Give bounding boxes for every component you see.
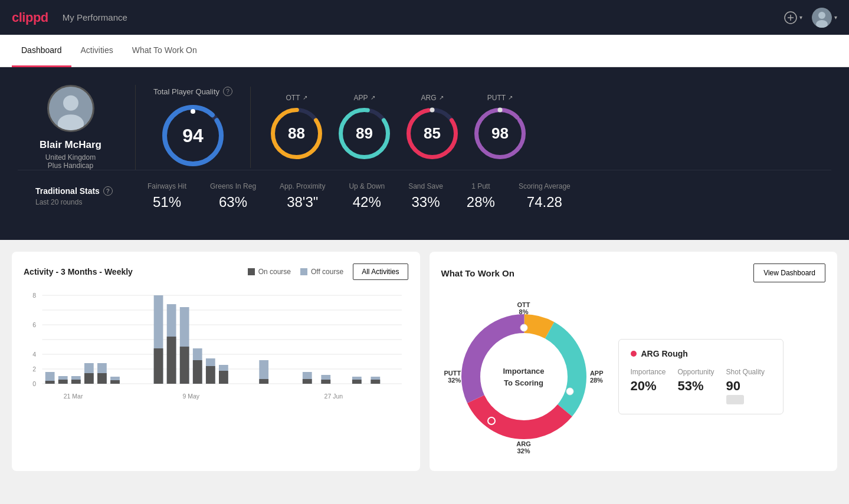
all-activities-button[interactable]: All Activities [353,263,408,280]
app-donut-label: APP 28% [590,370,604,384]
svg-point-7 [63,95,78,111]
svg-rect-53 [193,360,202,384]
svg-rect-37 [58,380,68,384]
putt-circle: 98 [472,106,528,162]
svg-text:6: 6 [32,322,36,328]
stat-scoring: Scoring Average 74.28 [519,182,571,210]
svg-point-4 [818,12,825,19]
chart-legend: On course Off course [248,268,344,276]
bottom-section: Activity - 3 Months - Weekly On course O… [0,240,849,483]
card-importance: Importance 20% [631,368,666,404]
svg-rect-51 [180,347,189,384]
stat-1putt-label: 1 Putt [471,182,490,190]
svg-rect-59 [259,379,268,384]
putt-label: PUTT ↗ [487,94,513,102]
arg-arrow-icon: ↗ [439,94,444,101]
off-course-dot [300,268,307,275]
hero-section: Blair McHarg United Kingdom Plus Handica… [0,67,849,240]
score-putt: PUTT ↗ 98 [472,94,528,162]
svg-point-76 [566,388,573,395]
view-dashboard-button[interactable]: View Dashboard [753,263,825,282]
stat-1putt-value: 28% [467,194,495,210]
score-app: APP ↗ 89 [336,94,392,162]
player-country: United Kingdom [45,153,96,162]
bar-chart-svg: 8 6 4 2 0 [24,289,408,407]
tpq-circle: 94 [160,103,225,168]
svg-rect-67 [371,380,380,384]
stat-updown-label: Up & Down [349,182,385,190]
stat-proximity: App. Proximity 38'3" [280,182,325,210]
header-left: clippd My Performance [12,10,127,25]
app-value: 89 [356,124,373,143]
svg-text:4: 4 [32,351,36,358]
header-title: My Performance [63,12,127,22]
arg-circle: 85 [404,106,460,162]
opportunity-value: 53% [678,378,714,394]
chart-header: Activity - 3 Months - Weekly On course O… [24,263,408,280]
svg-rect-47 [154,348,163,384]
svg-rect-63 [321,380,330,384]
importance-value: 20% [631,378,666,394]
opportunity-label: Opportunity [678,368,714,376]
tab-dashboard[interactable]: Dashboard [12,35,71,67]
svg-text:8: 8 [32,292,36,299]
add-button[interactable]: ▾ [784,11,802,24]
legend-on-course: On course [248,268,291,276]
user-menu[interactable]: ▾ [812,8,837,28]
tpq-section: Total Player Quality ? 94 [153,87,251,168]
svg-point-21 [498,107,503,112]
stat-updown: Up & Down 42% [349,182,385,210]
card-dot-icon [631,351,637,357]
svg-point-18 [430,107,435,112]
svg-rect-41 [84,373,94,384]
putt-value: 98 [491,124,509,143]
trad-stats-help-icon[interactable]: ? [103,186,113,196]
svg-rect-45 [110,380,120,384]
trad-stats-title: Traditional Stats ? [35,186,130,196]
stat-greens-value: 63% [219,194,247,210]
stat-scoring-value: 74.28 [527,194,562,210]
stat-sandsave-label: Sand Save [408,182,443,190]
trad-stats-period: Last 20 rounds [35,198,130,206]
svg-rect-55 [206,366,215,384]
stat-fairways-label: Fairways Hit [147,182,186,190]
stat-fairways: Fairways Hit 51% [147,182,186,210]
wtwo-title: What To Work On [441,268,514,278]
donut-chart-container: Importance To Scoring OTT 8% APP 28% ARG… [441,294,607,459]
player-handicap: Plus Handicap [48,162,93,170]
header-right: ▾ ▾ [784,8,837,28]
svg-text:21 Mar: 21 Mar [64,393,83,400]
putt-arrow-icon: ↗ [508,94,513,101]
stat-fairways-value: 51% [153,194,181,210]
score-arg: ARG ↗ 85 [404,94,460,162]
stat-items: Fairways Hit 51% Greens In Reg 63% App. … [147,182,814,210]
donut-center: Importance To Scoring [503,365,544,388]
stat-scoring-label: Scoring Average [519,182,571,190]
wtwo-content: Importance To Scoring OTT 8% APP 28% ARG… [441,294,826,459]
svg-text:2: 2 [32,366,36,373]
tab-activities[interactable]: Activities [71,35,123,67]
hero-top: Blair McHarg United Kingdom Plus Handica… [18,85,831,170]
player-avatar [47,85,94,132]
scores-section: Total Player Quality ? 94 OTT [136,87,831,168]
tab-what-to-work-on[interactable]: What To Work On [123,35,206,67]
stat-proximity-value: 38'3" [287,194,318,210]
svg-rect-35 [45,381,55,384]
player-info: Blair McHarg United Kingdom Plus Handica… [18,85,136,170]
dropdown-arrow: ▾ [799,14,802,21]
card-opportunity: Opportunity 53% [678,368,714,404]
stat-updown-value: 42% [353,194,381,210]
tpq-help-icon[interactable]: ? [223,87,232,96]
avatar [812,8,832,28]
stat-sandsave-value: 33% [411,194,440,210]
app-label: APP ↗ [353,94,375,102]
logo[interactable]: clippd [12,10,48,25]
header: clippd My Performance ▾ ▾ [0,0,849,35]
app-circle: 89 [336,106,392,162]
user-dropdown-arrow: ▾ [834,14,837,21]
svg-rect-43 [97,373,107,384]
card-detail-title: ARG Rough [631,349,771,358]
svg-point-77 [488,417,495,424]
activity-panel: Activity - 3 Months - Weekly On course O… [12,252,420,471]
svg-point-11 [191,109,195,114]
